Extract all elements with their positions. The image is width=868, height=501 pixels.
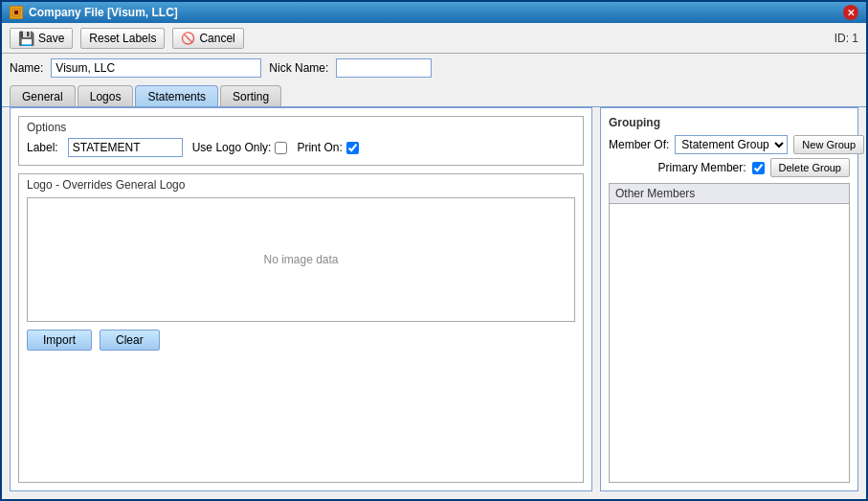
- member-of-select[interactable]: Statement Group: [675, 135, 788, 154]
- print-on-group: Print On:: [297, 141, 358, 154]
- main-window: Company File [Visum, LLC] ✕ 💾 Save Reset…: [0, 0, 868, 501]
- save-button[interactable]: 💾 Save: [10, 28, 73, 49]
- grouping-title: Grouping: [609, 116, 850, 129]
- no-image-text: No image data: [263, 253, 338, 266]
- primary-member-row: Primary Member: Delete Group: [609, 158, 850, 177]
- print-on-label: Print On:: [297, 141, 342, 154]
- member-of-label: Member Of:: [609, 138, 669, 151]
- name-label: Name:: [10, 61, 43, 75]
- use-logo-only-group: Use Logo Only:: [192, 141, 288, 154]
- import-button[interactable]: Import: [27, 330, 92, 351]
- window-title: Company File [Visum, LLC]: [29, 6, 178, 19]
- other-members-list: [610, 204, 849, 482]
- title-bar: Company File [Visum, LLC] ✕: [2, 2, 866, 23]
- clear-button[interactable]: Clear: [100, 330, 160, 351]
- primary-member-label: Primary Member:: [658, 161, 746, 174]
- main-content: Options Label: Use Logo Only: Print On:: [2, 107, 866, 499]
- toolbar: 💾 Save Reset Labels 🚫 Cancel ID: 1: [2, 23, 866, 54]
- use-logo-only-label: Use Logo Only:: [192, 141, 272, 154]
- other-members-section: Other Members: [609, 183, 850, 483]
- tab-general[interactable]: General: [10, 85, 76, 106]
- tab-statements[interactable]: Statements: [135, 85, 218, 106]
- svg-rect-1: [14, 11, 18, 14]
- name-input[interactable]: [51, 58, 261, 78]
- other-members-header: Other Members: [610, 184, 849, 204]
- label-input[interactable]: [68, 138, 183, 157]
- tab-logos[interactable]: Logos: [78, 85, 134, 106]
- logo-preview: No image data: [27, 197, 575, 322]
- cancel-button[interactable]: 🚫 Cancel: [172, 28, 243, 49]
- right-panel: Grouping Member Of: Statement Group New …: [600, 107, 858, 491]
- name-row: Name: Nick Name:: [2, 54, 866, 82]
- tab-sorting[interactable]: Sorting: [220, 85, 281, 106]
- print-on-checkbox[interactable]: [346, 142, 359, 154]
- delete-group-button[interactable]: Delete Group: [770, 158, 850, 177]
- reset-labels-button[interactable]: Reset Labels: [80, 28, 165, 49]
- logo-section-title: Logo - Overrides General Logo: [27, 178, 575, 192]
- new-group-button[interactable]: New Group: [793, 135, 864, 154]
- nick-name-label: Nick Name:: [269, 61, 328, 75]
- save-icon: 💾: [18, 31, 34, 46]
- options-group: Options Label: Use Logo Only: Print On:: [18, 116, 584, 166]
- close-button[interactable]: ✕: [843, 5, 858, 20]
- logo-buttons: Import Clear: [27, 330, 575, 351]
- label-label: Label:: [27, 141, 58, 154]
- nick-name-input[interactable]: [336, 58, 432, 78]
- id-label: ID: 1: [835, 32, 858, 45]
- cancel-icon: 🚫: [181, 32, 195, 45]
- logo-section: Logo - Overrides General Logo No image d…: [18, 173, 584, 483]
- member-of-row: Member Of: Statement Group New Group: [609, 135, 850, 154]
- options-title: Options: [27, 121, 575, 134]
- tabs-row: General Logos Statements Sorting: [2, 82, 866, 107]
- options-row: Label: Use Logo Only: Print On:: [27, 138, 575, 157]
- left-panel: Options Label: Use Logo Only: Print On:: [10, 107, 592, 491]
- primary-member-checkbox[interactable]: [752, 162, 765, 174]
- use-logo-only-checkbox[interactable]: [275, 142, 287, 154]
- window-icon: [10, 6, 23, 19]
